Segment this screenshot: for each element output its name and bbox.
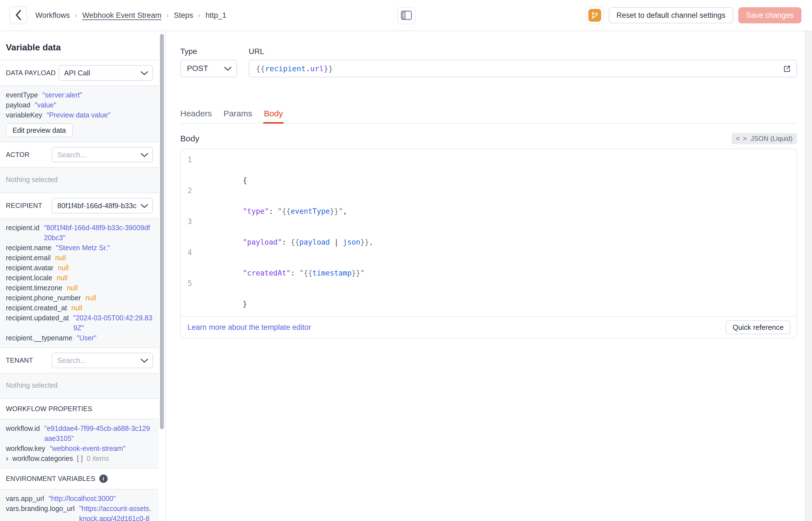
sidebar-title: Variable data bbox=[0, 31, 159, 61]
breadcrumb-item[interactable]: Steps bbox=[174, 11, 193, 20]
request-tabs: HeadersParamsBody bbox=[180, 109, 797, 123]
code-token: } bbox=[243, 300, 247, 308]
kv-key: recipient.timezone bbox=[6, 283, 62, 293]
kv-key: recipient.__typename bbox=[6, 333, 72, 343]
workflow-properties-title: WORKFLOW PROPERTIES bbox=[6, 405, 92, 413]
url-token: . bbox=[306, 64, 310, 73]
code-line: 2 "type": "{{eventType}}", bbox=[181, 186, 796, 217]
workflow-categories-row[interactable]: › workflow.categories [ ] 0 items bbox=[6, 453, 153, 463]
code-token: " bbox=[278, 207, 282, 216]
kv-value: "2024-03-05T00:42:29.839Z" bbox=[73, 313, 153, 333]
recipient-data-zone: recipient.id "80f1f4bf-166d-48f9-b33c-39… bbox=[0, 219, 159, 348]
code-line: 5 } bbox=[181, 278, 796, 309]
breadcrumb-item[interactable]: Webhook Event Stream bbox=[82, 11, 162, 20]
chevron-down-icon bbox=[224, 64, 232, 73]
breadcrumb-separator: › bbox=[75, 11, 77, 20]
recipient-selected-value: 80f1f4bf-166d-48f9-b33c bbox=[57, 202, 141, 210]
tenant-label: TENANT bbox=[6, 357, 52, 364]
kv-key: recipient.name bbox=[6, 243, 51, 253]
commit-changes-button[interactable] bbox=[586, 6, 604, 24]
tenant-search-select[interactable]: Search... bbox=[52, 353, 153, 368]
kv-key: variableKey bbox=[6, 110, 42, 120]
code-token: " bbox=[299, 269, 304, 277]
quick-reference-button[interactable]: Quick reference bbox=[726, 320, 790, 334]
url-token: } bbox=[324, 64, 328, 73]
kv-value: null bbox=[67, 283, 78, 293]
code-token: : bbox=[282, 238, 290, 246]
code-token: : bbox=[291, 269, 299, 277]
url-input[interactable]: {{recipient.url}} bbox=[249, 60, 797, 77]
chevron-left-icon bbox=[15, 9, 21, 21]
chevron-down-icon bbox=[141, 151, 148, 159]
url-value: {{recipient.url}} bbox=[256, 64, 333, 73]
tenant-search-placeholder: Search... bbox=[57, 356, 141, 365]
recipient-data-row: recipient.phone_number null bbox=[6, 293, 153, 303]
line-number: 5 bbox=[181, 278, 199, 309]
sidebar-scrollbar-track bbox=[159, 31, 166, 521]
tab[interactable]: Body bbox=[264, 109, 283, 123]
code-line-content: "payload": {{payload | json}}, bbox=[199, 217, 373, 247]
tab[interactable]: Params bbox=[223, 109, 252, 123]
reset-default-settings-button[interactable]: Reset to default channel settings bbox=[608, 7, 733, 23]
variable-data-sidebar: Variable data DATA PAYLOAD API Call even… bbox=[0, 31, 159, 521]
kv-key: payload bbox=[6, 100, 30, 110]
kv-key: workflow.key bbox=[6, 443, 45, 453]
code-token: }} bbox=[330, 207, 338, 216]
data-payload-selected-value: API Call bbox=[64, 69, 141, 77]
learn-more-link[interactable]: Learn more about the template editor bbox=[188, 323, 311, 332]
code-token: payload bbox=[299, 238, 330, 246]
kv-value: null bbox=[71, 303, 82, 313]
workflow-property-row: workflow.key "webhook-event-stream" bbox=[6, 443, 153, 453]
back-button[interactable] bbox=[9, 6, 27, 24]
recipient-data-row: recipient.id "80f1f4bf-166d-48f9-b33c-39… bbox=[6, 223, 153, 243]
code-token: "payload" bbox=[243, 238, 282, 246]
save-changes-button[interactable]: Save changes bbox=[738, 7, 802, 23]
format-badge: < > JSON (Liquid) bbox=[732, 133, 797, 144]
url-token: } bbox=[328, 64, 333, 73]
toggle-sidebar-button[interactable] bbox=[397, 7, 415, 24]
page-scrollbar-gutter[interactable] bbox=[805, 31, 812, 521]
code-brackets-icon: < > bbox=[736, 135, 747, 142]
actor-search-select[interactable]: Search... bbox=[52, 147, 153, 162]
git-branch-icon bbox=[588, 9, 601, 22]
format-badge-label: JSON (Liquid) bbox=[750, 135, 792, 142]
request-editor-panel: Type POST URL {{recipient.url}} bbox=[166, 31, 805, 521]
recipient-data-row: recipient.locale null bbox=[6, 273, 153, 283]
breadcrumb-item[interactable]: http_1 bbox=[206, 11, 226, 20]
code-token: " bbox=[360, 269, 365, 277]
info-icon[interactable]: i bbox=[99, 475, 108, 483]
edit-preview-data-button[interactable]: Edit preview data bbox=[6, 123, 73, 137]
sidebar-scrollbar-thumb[interactable] bbox=[160, 34, 164, 429]
code-token: | bbox=[330, 238, 343, 246]
kv-value: "User" bbox=[77, 333, 97, 343]
tab[interactable]: Headers bbox=[180, 109, 212, 123]
environment-variables-header: ENVIRONMENT VARIABLES i bbox=[0, 469, 159, 490]
kv-value: "http://localhost:3000" bbox=[49, 494, 116, 503]
recipient-select[interactable]: 80f1f4bf-166d-48f9-b33c bbox=[52, 198, 153, 213]
code-token: "type" bbox=[243, 207, 269, 216]
type-label: Type bbox=[180, 47, 237, 56]
environment-variables-title: ENVIRONMENT VARIABLES bbox=[6, 475, 95, 482]
method-select[interactable]: POST bbox=[180, 60, 237, 77]
kv-value: null bbox=[57, 273, 68, 283]
actor-row: ACTOR Search... bbox=[0, 142, 159, 168]
breadcrumb-item[interactable]: Workflows bbox=[35, 11, 70, 20]
chevron-down-icon bbox=[141, 356, 148, 365]
code-line-content: } bbox=[199, 278, 252, 309]
code-token: }} bbox=[360, 238, 369, 246]
code-line-content: { bbox=[199, 155, 252, 186]
header-actions: Reset to default channel settings Save c… bbox=[586, 6, 802, 24]
recipient-data-row: recipient.timezone null bbox=[6, 283, 153, 293]
external-link-icon[interactable] bbox=[783, 64, 791, 75]
code-token: " bbox=[338, 207, 343, 216]
line-number: 3 bbox=[181, 217, 199, 247]
tenant-row: TENANT Search... bbox=[0, 348, 159, 373]
preview-data-row: eventType "server:alert" bbox=[6, 90, 153, 100]
kv-key: vars.app_url bbox=[6, 494, 44, 503]
chevron-right-icon[interactable]: › bbox=[6, 453, 8, 463]
data-payload-select[interactable]: API Call bbox=[58, 65, 153, 81]
code-editor[interactable]: 1 { 2 "type": "{{eventType}}", 3 "payloa… bbox=[181, 149, 796, 316]
environment-variables-zone: vars.app_url "http://localhost:3000" var… bbox=[0, 490, 159, 521]
actor-empty-zone: Nothing selected bbox=[0, 168, 159, 193]
recipient-data-row: recipient.avatar null bbox=[6, 263, 153, 273]
